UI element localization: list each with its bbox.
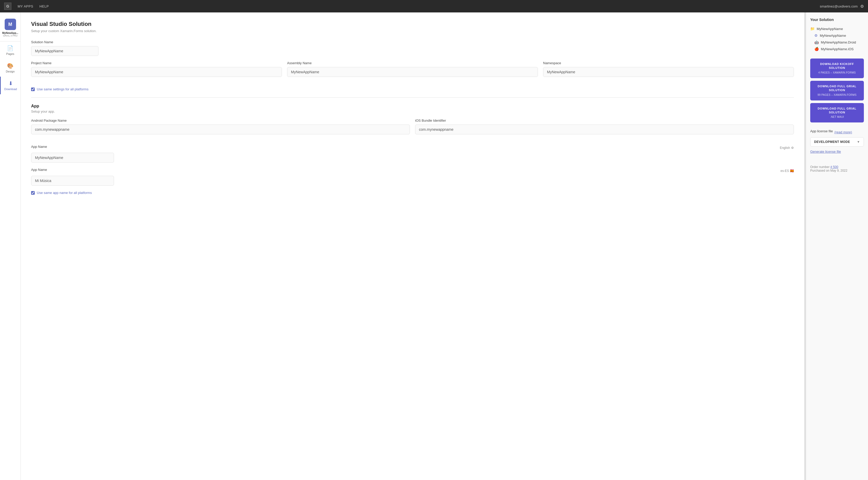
solution-name-input[interactable]	[31, 46, 98, 56]
license-mode-select[interactable]: DEVELOPMENT MODE ▼	[810, 137, 864, 146]
btn2-main: DOWNLOAD FULL GRIAL SOLUTION	[813, 84, 861, 93]
ios-bundle-group: iOS Bundle Identifier	[415, 118, 794, 134]
lang-en-text: English	[780, 146, 790, 150]
btn1-main: DOWNLOAD KICKOFF SOLUTION	[813, 62, 861, 70]
download-kickoff-button[interactable]: DOWNLOAD KICKOFF SOLUTION 4 PAGES – XAMA…	[810, 59, 864, 78]
page-title: Visual Studio Solution	[31, 21, 794, 28]
generate-license-link[interactable]: Generate license file	[810, 150, 841, 153]
chevron-down-icon: ▼	[857, 140, 860, 144]
ios-icon: 🍎	[814, 47, 819, 51]
topnav: G MY APPS HELP smartinez@uxdivers.com ⚙	[0, 0, 868, 12]
page-subtitle: Setup your custom Xamarin.Forms solution…	[31, 29, 794, 33]
order-number-row: Order number # 500	[810, 165, 864, 169]
nav-help[interactable]: HELP	[39, 4, 49, 8]
app-name-en-lang: English ⚙	[780, 146, 794, 150]
app-section-title: App	[31, 104, 794, 108]
same-settings-row: Use same settings for all platforms	[31, 87, 794, 91]
order-number-link[interactable]: # 500	[831, 165, 838, 169]
same-app-name-row: Use same app name for all platforms	[31, 191, 794, 195]
tree-label-shared: MyNewAppName	[820, 34, 846, 38]
pages-icon: 📄	[7, 45, 13, 51]
nav-myapps[interactable]: MY APPS	[18, 4, 33, 8]
left-sidebar: M MyNewApp... GRIAL 4 PRO 📄 Pages 🎨 Desi…	[0, 12, 21, 480]
btn3-main: DOWNLOAD FULL GRIAL SOLUTION	[813, 107, 861, 115]
android-pkg-input[interactable]	[31, 125, 410, 134]
license-label: App license file	[810, 129, 833, 133]
assembly-name-input[interactable]	[287, 67, 538, 77]
app-body: M MyNewApp... GRIAL 4 PRO 📄 Pages 🎨 Desi…	[0, 12, 868, 480]
order-section: Order number # 500 Purchased on May 9, 2…	[810, 160, 864, 172]
app-name-en-group: App Name English ⚙	[31, 145, 794, 163]
app-name-es-header: App Name es-ES 🇪🇸	[31, 168, 794, 174]
order-label: Order number	[810, 165, 830, 169]
namespace-label: Namespace	[543, 61, 794, 65]
app-name-es-label: App Name	[31, 168, 47, 172]
download-label: Download	[4, 88, 17, 91]
app-logo[interactable]: G	[4, 3, 11, 10]
project-name-label: Project Name	[31, 61, 282, 65]
user-email: smartinez@uxdivers.com	[820, 4, 858, 8]
download-icon: ⬇	[8, 80, 13, 87]
tree-item-ios: 🍎 MyNewAppName.iOS	[810, 45, 864, 52]
sidebar-item-download[interactable]: ⬇ Download	[0, 77, 21, 94]
same-app-name-checkbox[interactable]	[31, 191, 35, 195]
shared-icon: ⚙	[814, 33, 818, 38]
app-name-es-lang: es-ES 🇪🇸	[780, 169, 794, 173]
solution-tree: 📁 MyNewAppName ⚙ MyNewAppName 🤖 MyNewApp…	[810, 25, 864, 52]
tree-label-root: MyNewAppName	[817, 27, 843, 31]
section-divider	[31, 97, 794, 98]
ios-bundle-input[interactable]	[415, 125, 794, 134]
topnav-right: smartinez@uxdivers.com ⚙	[820, 4, 864, 9]
same-app-name-label[interactable]: Use same app name for all platforms	[37, 191, 92, 195]
project-name-input[interactable]	[31, 67, 282, 77]
app-name-en-input[interactable]	[31, 153, 114, 163]
download-full-grial-maui-button[interactable]: DOWNLOAD FULL GRIAL SOLUTION .NET MAUI	[810, 103, 864, 123]
design-icon: 🎨	[7, 63, 13, 69]
folder-icon: 📁	[810, 27, 815, 31]
ios-bundle-label: iOS Bundle Identifier	[415, 118, 794, 123]
flag-es-icon: 🇪🇸	[790, 169, 794, 173]
app-name-en-header: App Name English ⚙	[31, 145, 794, 151]
read-more-link[interactable]: (read more)	[834, 130, 852, 134]
tree-item-root: 📁 MyNewAppName	[810, 25, 864, 32]
namespace-group: Namespace	[543, 61, 794, 77]
topnav-left: G MY APPS HELP	[4, 3, 49, 10]
avatar-block: M MyNewApp... GRIAL 4 PRO	[0, 15, 21, 41]
lang-es-text: es-ES	[780, 169, 789, 173]
same-settings-label[interactable]: Use same settings for all platforms	[37, 87, 88, 91]
app-name-es-input[interactable]	[31, 176, 114, 185]
tree-item-shared: ⚙ MyNewAppName	[810, 32, 864, 39]
download-full-grial-xamarin-button[interactable]: DOWNLOAD FULL GRIAL SOLUTION 99 PAGES – …	[810, 81, 864, 100]
app-section-desc: Setup your app.	[31, 109, 794, 113]
app-name-label: MyNewApp...	[2, 32, 18, 34]
sidebar-item-design[interactable]: 🎨 Design	[0, 59, 21, 77]
tree-item-droid: 🤖 MyNewAppName.Droid	[810, 39, 864, 45]
right-sidebar-title: Your Solution	[810, 18, 864, 22]
license-section: App license file (read more) DEVELOPMENT…	[810, 129, 864, 154]
btn3-sub: .NET MAUI	[813, 115, 861, 119]
plan-label: GRIAL 4 PRO	[3, 34, 18, 37]
right-sidebar: Your Solution 📁 MyNewAppName ⚙ MyNewAppN…	[806, 12, 868, 480]
android-icon: 🤖	[814, 40, 819, 44]
btn1-sub: 4 PAGES – XAMARIN.FORMS	[813, 71, 861, 75]
app-name-en-label: App Name	[31, 145, 47, 148]
design-label: Design	[6, 70, 14, 73]
namespace-input[interactable]	[543, 67, 794, 77]
license-mode-text: DEVELOPMENT MODE	[814, 140, 850, 144]
bundle-row: Android Package Name iOS Bundle Identifi…	[31, 118, 794, 140]
avatar: M	[5, 19, 16, 30]
main-content: Visual Studio Solution Setup your custom…	[21, 12, 804, 480]
tree-label-ios: MyNewAppName.iOS	[821, 47, 854, 51]
gear-icon[interactable]: ⚙	[860, 4, 864, 9]
app-name-es-group: App Name es-ES 🇪🇸	[31, 168, 794, 185]
assembly-name-label: Assembly Name	[287, 61, 538, 65]
sidebar-item-pages[interactable]: 📄 Pages	[0, 41, 21, 59]
purchase-date: Purchased on May 9, 2022	[810, 169, 864, 172]
android-pkg-label: Android Package Name	[31, 118, 410, 123]
fields-row: Project Name Assembly Name Namespace	[31, 61, 794, 82]
solution-name-label: Solution Name	[31, 40, 794, 44]
same-settings-checkbox[interactable]	[31, 88, 35, 91]
pages-label: Pages	[6, 52, 14, 56]
android-pkg-group: Android Package Name	[31, 118, 410, 134]
lang-en-icon: ⚙	[791, 146, 794, 150]
